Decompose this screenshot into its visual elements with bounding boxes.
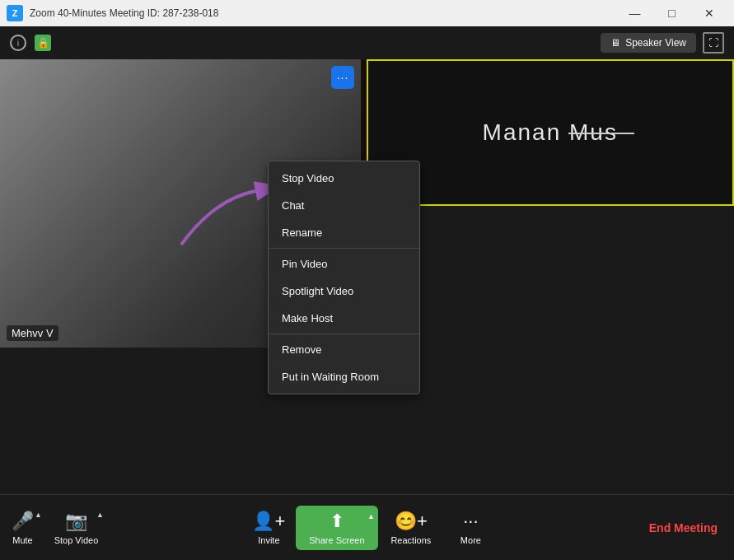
video-chevron-icon[interactable]: ▲ [96, 511, 104, 519]
bottom-toolbar: 🎤 Mute ▲ 📷 Stop Video ▲ 👤+ Invite ⬆ Shar… [0, 494, 734, 560]
menu-make-host[interactable]: Make Host [269, 305, 419, 332]
invite-button[interactable]: 👤+ Invite [242, 504, 296, 552]
mute-label: Mute [12, 535, 32, 545]
invite-label: Invite [258, 535, 279, 545]
more-icon: ··· [463, 511, 478, 532]
share-screen-button[interactable]: ⬆ Share Screen ▲ [296, 506, 378, 550]
end-meeting-button[interactable]: End Meeting [633, 495, 734, 561]
menu-pin-video[interactable]: Pin Video [269, 250, 419, 278]
reactions-icon: 😊+ [395, 511, 428, 532]
window-controls: — □ ✕ [616, 0, 727, 26]
participant1-name: Mehvv V [7, 325, 58, 341]
info-icon[interactable]: i [10, 35, 26, 51]
menu-remove[interactable]: Remove [269, 336, 419, 363]
menu-spotlight-video[interactable]: Spotlight Video [269, 278, 419, 305]
fullscreen-icon: ⛶ [708, 37, 718, 49]
reactions-button[interactable]: 😊+ Reactions [378, 504, 444, 552]
stop-video-button[interactable]: 📷 Stop Video ▲ [45, 504, 107, 552]
menu-divider-2 [269, 334, 419, 334]
menu-stop-video[interactable]: Stop Video [269, 165, 419, 192]
invite-icon: 👤+ [252, 511, 285, 532]
mute-button[interactable]: 🎤 Mute ▲ [0, 504, 45, 552]
close-button[interactable]: ✕ [690, 0, 727, 26]
title-bar: Z Zoom 40-Minutes Meeting ID: 287-238-01… [0, 0, 734, 26]
stop-video-label: Stop Video [54, 535, 99, 545]
video-panel-participant3: Manan Mus [367, 59, 735, 206]
microphone-icon: 🎤 [12, 511, 34, 532]
minimize-button[interactable]: — [616, 0, 653, 26]
speaker-view-button[interactable]: 🖥 Speaker View [601, 33, 696, 53]
top-toolbar: i 🔒 🖥 Speaker View ⛶ [0, 26, 734, 59]
lock-icon[interactable]: 🔒 [35, 35, 51, 51]
fullscreen-button[interactable]: ⛶ [703, 32, 724, 54]
context-menu: Stop Video Chat Rename Pin Video Spotlig… [268, 161, 420, 394]
cursor-line [568, 133, 634, 134]
toolbar-items: 🎤 Mute ▲ 📷 Stop Video ▲ 👤+ Invite ⬆ Shar… [0, 504, 633, 552]
zoom-logo-icon: Z [7, 5, 23, 21]
mute-chevron-icon[interactable]: ▲ [35, 511, 42, 519]
maximize-button[interactable]: □ [653, 0, 690, 26]
more-button[interactable]: ··· More [444, 504, 498, 552]
menu-put-in-waiting-room[interactable]: Put in Waiting Room [269, 363, 419, 390]
menu-chat[interactable]: Chat [269, 192, 419, 219]
reactions-label: Reactions [390, 535, 431, 545]
share-chevron-icon[interactable]: ▲ [367, 512, 375, 520]
share-screen-icon: ⬆ [330, 511, 344, 532]
share-screen-label: Share Screen [309, 535, 364, 545]
end-meeting-label: End Meeting [649, 521, 718, 534]
video-camera-icon: 📷 [65, 511, 87, 532]
menu-rename[interactable]: Rename [269, 219, 419, 246]
pointing-arrow [165, 175, 280, 257]
monitor-icon: 🖥 [610, 37, 620, 49]
speaker-view-label: Speaker View [625, 37, 686, 49]
participant-options-button[interactable]: ··· [331, 66, 354, 89]
titlebar-left: Z Zoom 40-Minutes Meeting ID: 287-238-01… [7, 5, 218, 21]
window-title: Zoom 40-Minutes Meeting ID: 287-238-018 [30, 7, 218, 19]
more-label: More [461, 535, 481, 545]
menu-divider-1 [269, 248, 419, 249]
top-toolbar-left: i 🔒 [10, 35, 51, 51]
